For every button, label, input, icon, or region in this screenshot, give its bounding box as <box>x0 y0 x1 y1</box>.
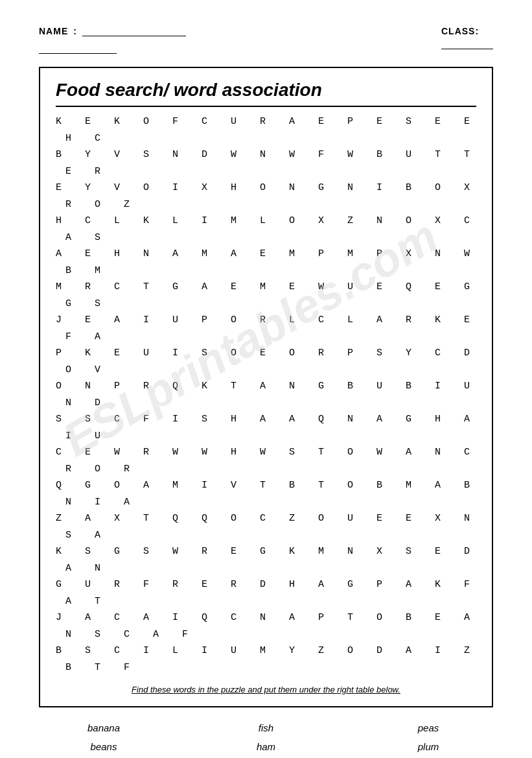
grid-row: G U R F R E R D H A G P A K F A T <box>56 576 476 610</box>
name-label: NAME <box>39 26 68 36</box>
word-column-3: peas plum potatoes sausages star fruit t… <box>376 719 480 758</box>
grid-row: B Y V S N D W N W F W B U T T E R <box>56 147 476 180</box>
header-underline <box>39 53 117 54</box>
grid-row: K E K O F C U R A E P E S E E H C <box>56 113 476 147</box>
grid-row: K S G S W R E G K M N X S E D A N <box>56 543 476 576</box>
grid-row: J E A I U P O R L C L A R K E F A <box>56 312 476 345</box>
colon: : <box>73 26 77 36</box>
word-list: banana beans beef butter carrots cheese … <box>39 719 493 758</box>
word-item: beans <box>91 738 117 755</box>
word-column-2: fish ham lemon mango melon milk onions p… <box>214 719 318 758</box>
grid-row: B S C I L I U M Y Z O D A I Z B T F <box>56 643 476 676</box>
instruction: Find these words in the puzzle and put t… <box>56 685 476 694</box>
word-item: banana <box>87 719 120 737</box>
grid-row: Z A X T Q Q O C Z O U E E X N S A <box>56 510 476 543</box>
word-item: ham <box>257 738 275 755</box>
class-label: CLASS: <box>441 26 479 36</box>
grid-row: S S C F I S H A A Q N A G H A I U <box>56 411 476 444</box>
grid-row: O N P R Q K T A N G B U B I U N D <box>56 378 476 411</box>
puzzle-box: Food search/ word association K E K O F … <box>39 67 493 707</box>
word-item: plum <box>418 738 439 755</box>
puzzle-title: Food search/ word association <box>56 80 476 107</box>
word-column-1: banana beans beef butter carrots cheese … <box>52 719 156 758</box>
grid-row: C E W R W W H W S T O W A N C R O R <box>56 444 476 477</box>
grid-row: P K E U I S O E O R P S Y C D O V <box>56 345 476 378</box>
class-section: CLASS: <box>441 26 493 49</box>
header: NAME : CLASS: <box>39 26 493 49</box>
word-grid: K E K O F C U R A E P E S E E H C B Y V … <box>56 113 476 676</box>
grid-row: A E H N A M A E M P M P X N W B M <box>56 246 476 279</box>
grid-row: M R C T G A E M E W U E Q E G G S <box>56 279 476 312</box>
grid-row: J A C A I Q C N A P T O B E A N S C A F <box>56 610 476 643</box>
word-item: fish <box>259 719 273 737</box>
grid-row: H C L K L I M L O X Z N O X C A S <box>56 213 476 246</box>
grid-row: Q G O A M I V T B T O B M A B N I A <box>56 477 476 510</box>
grid-row: E Y V O I X H O N G N I B O X R O Z <box>56 180 476 213</box>
name-section: NAME : <box>39 26 186 36</box>
name-line <box>82 26 186 36</box>
word-item: peas <box>418 719 439 737</box>
class-line <box>441 39 493 49</box>
